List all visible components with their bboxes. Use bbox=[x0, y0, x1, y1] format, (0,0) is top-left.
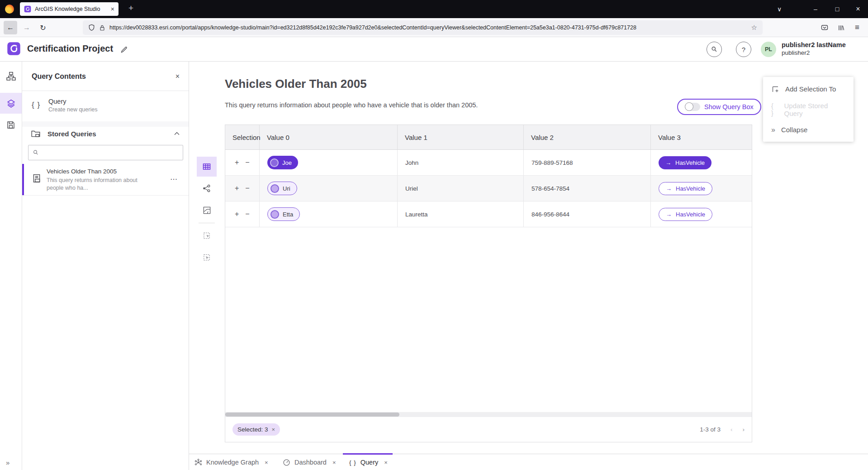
new-tab-button[interactable]: + bbox=[128, 3, 133, 13]
page-description: This query returns information about peo… bbox=[225, 101, 478, 109]
select-plus-button[interactable]: + bbox=[235, 210, 239, 218]
tab-dashboard[interactable]: Dashboard × bbox=[283, 454, 336, 470]
edit-pencil-icon[interactable] bbox=[120, 46, 128, 53]
selected-count-chip[interactable]: Selected: 3 × bbox=[232, 423, 280, 436]
column-header-selection[interactable]: Selection bbox=[225, 125, 260, 149]
entity-pill[interactable]: Etta bbox=[267, 207, 300, 221]
tab-close-icon[interactable]: × bbox=[265, 459, 268, 466]
tab-close-icon[interactable]: × bbox=[332, 459, 336, 466]
show-query-box-toggle[interactable]: Show Query Box bbox=[677, 99, 761, 115]
relationship-pill[interactable]: →HasVehicle bbox=[659, 182, 712, 195]
tab-title: ArcGIS Knowledge Studio bbox=[35, 6, 107, 12]
map-selection-icon bbox=[203, 231, 211, 240]
help-button[interactable]: ? bbox=[736, 42, 751, 57]
menu-item-update-stored-query: { } Update Stored Query bbox=[763, 99, 854, 120]
arrow-right-icon: → bbox=[666, 185, 672, 192]
next-page-icon[interactable]: › bbox=[743, 426, 745, 433]
window-close-button[interactable]: × bbox=[848, 0, 868, 18]
add-to-map-button[interactable] bbox=[197, 225, 217, 245]
relationship-pill[interactable]: →HasVehicle bbox=[659, 156, 711, 169]
entity-pill[interactable]: Joe bbox=[267, 156, 298, 169]
toggle-track[interactable] bbox=[685, 103, 700, 111]
expand-rail-icon[interactable]: » bbox=[6, 459, 9, 466]
lock-icon[interactable] bbox=[99, 24, 105, 31]
deselect-minus-button[interactable]: − bbox=[245, 158, 249, 167]
bottom-tab-bar: Knowledge Graph × Dashboard × { } Query … bbox=[189, 454, 868, 470]
item-options-icon[interactable]: ⋯ bbox=[170, 175, 178, 183]
search-icon bbox=[711, 46, 718, 53]
tracking-shield-icon[interactable] bbox=[88, 24, 95, 31]
browser-titlebar: ArcGIS Knowledge Studio × + ∨ – □ × bbox=[0, 0, 868, 18]
left-rail: » bbox=[0, 62, 22, 470]
stored-query-item[interactable]: Vehicles Older Than 2005 This query retu… bbox=[22, 164, 189, 195]
scrollbar-thumb[interactable] bbox=[225, 412, 399, 417]
prev-page-icon[interactable]: ‹ bbox=[730, 426, 733, 433]
rail-item-save[interactable] bbox=[0, 115, 22, 135]
window-minimize-button[interactable]: – bbox=[806, 0, 825, 18]
bookmark-star-icon[interactable]: ☆ bbox=[751, 24, 757, 32]
view-link-chart-button[interactable] bbox=[197, 178, 217, 198]
reload-button[interactable]: ↻ bbox=[36, 21, 50, 34]
app-window: ArcGIS Knowledge Studio × + ∨ – □ × ← → … bbox=[0, 0, 868, 470]
table-icon bbox=[202, 162, 211, 171]
menu-item-collapse[interactable]: » Collapse bbox=[763, 120, 854, 140]
forward-button[interactable]: → bbox=[20, 21, 33, 34]
search-input[interactable] bbox=[43, 149, 179, 156]
avatar[interactable]: PL bbox=[761, 42, 776, 57]
relationship-pill[interactable]: →HasVehicle bbox=[659, 208, 712, 221]
tab-knowledge-graph[interactable]: Knowledge Graph × bbox=[194, 454, 268, 470]
share-network-icon bbox=[202, 184, 211, 193]
toggle-label: Show Query Box bbox=[704, 103, 754, 110]
browser-tab[interactable]: ArcGIS Knowledge Studio × bbox=[20, 2, 119, 16]
search-button[interactable] bbox=[707, 42, 722, 57]
panel-close-icon[interactable]: × bbox=[175, 72, 180, 81]
add-selection-icon bbox=[771, 85, 779, 93]
column-header-value0[interactable]: Value 0 bbox=[260, 125, 398, 149]
stored-queries-header[interactable]: Stored Queries bbox=[22, 127, 189, 142]
entity-pill[interactable]: Uri bbox=[267, 182, 297, 195]
stored-queries-search[interactable] bbox=[28, 145, 183, 160]
chevron-up-icon[interactable] bbox=[174, 132, 180, 135]
tab-close-icon[interactable]: × bbox=[384, 459, 388, 466]
column-header-value3[interactable]: Value 3 bbox=[651, 125, 752, 149]
select-plus-button[interactable]: + bbox=[235, 158, 239, 167]
hierarchy-icon bbox=[6, 72, 16, 81]
pocket-icon[interactable] bbox=[818, 21, 831, 34]
dashed-select-icon bbox=[203, 253, 211, 262]
rail-item-data-model[interactable] bbox=[0, 66, 22, 86]
library-icon[interactable] bbox=[834, 21, 848, 34]
cell-value2: 578-654-7854 bbox=[524, 176, 651, 201]
column-header-value1[interactable]: Value 1 bbox=[398, 125, 524, 149]
project-title: Certification Project bbox=[27, 43, 113, 54]
horizontal-scrollbar[interactable] bbox=[225, 412, 752, 417]
cell-value2: 759-889-57168 bbox=[524, 150, 651, 175]
query-contents-panel: Query Contents × { } Query Create new qu… bbox=[22, 62, 189, 470]
entity-dot-icon bbox=[270, 158, 279, 167]
rail-item-contents[interactable] bbox=[0, 93, 22, 114]
list-tabs-icon[interactable]: ∨ bbox=[769, 0, 789, 18]
table-footer: Selected: 3 × 1-3 of 3 ‹ › bbox=[225, 417, 752, 442]
query-item[interactable]: { } Query Create new queries bbox=[22, 91, 189, 121]
tab-query[interactable]: { } Query × bbox=[349, 454, 388, 470]
url-text[interactable]: https://dev0028833.esri.com/portal/apps/… bbox=[109, 24, 747, 31]
deselect-minus-button[interactable]: − bbox=[245, 210, 249, 218]
view-table-button[interactable] bbox=[197, 157, 217, 177]
url-bar[interactable]: https://dev0028833.esri.com/portal/apps/… bbox=[83, 20, 763, 35]
results-table: Selection Value 0 Value 1 Value 2 Value … bbox=[225, 125, 752, 442]
view-map-button[interactable] bbox=[197, 200, 217, 220]
tab-close-icon[interactable]: × bbox=[111, 5, 114, 13]
window-maximize-button[interactable]: □ bbox=[827, 0, 847, 18]
hamburger-menu-icon[interactable]: ≡ bbox=[850, 21, 864, 34]
deselect-minus-button[interactable]: − bbox=[245, 184, 249, 192]
select-area-button[interactable] bbox=[197, 247, 217, 267]
clear-selection-icon[interactable]: × bbox=[272, 426, 275, 433]
back-button[interactable]: ← bbox=[4, 21, 17, 34]
entity-dot-icon bbox=[270, 184, 279, 193]
column-header-value2[interactable]: Value 2 bbox=[524, 125, 651, 149]
stored-query-description: This query returns information about peo… bbox=[47, 177, 144, 192]
search-icon bbox=[33, 149, 39, 156]
select-plus-button[interactable]: + bbox=[235, 184, 239, 192]
menu-item-add-selection-to[interactable]: Add Selection To bbox=[763, 79, 854, 99]
firefox-icon[interactable] bbox=[5, 5, 14, 14]
browser-navbar: ← → ↻ https://dev0028833.esri.com/portal… bbox=[0, 18, 868, 37]
